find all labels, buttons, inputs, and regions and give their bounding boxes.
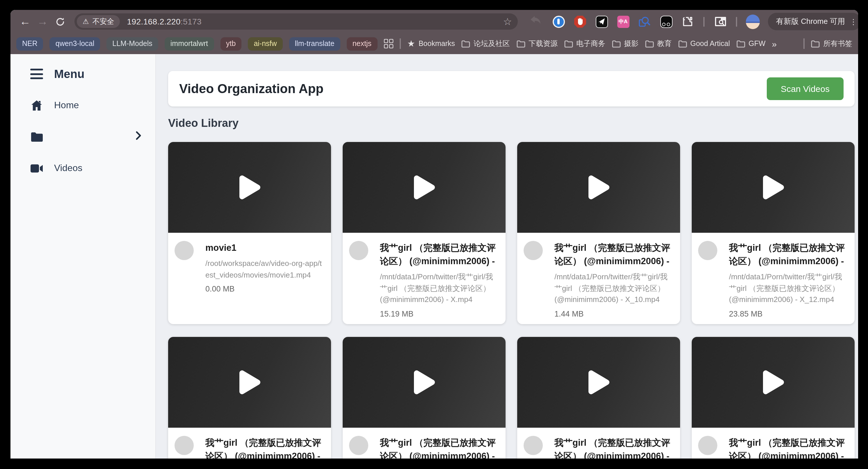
tab-group-chip-ai-nsfw[interactable]: ai-nsfw xyxy=(248,37,282,50)
reload-button[interactable] xyxy=(51,13,69,30)
scan-videos-button[interactable]: Scan Videos xyxy=(767,77,843,100)
noir-extension-icon[interactable] xyxy=(659,14,673,29)
extensions-puzzle-icon[interactable] xyxy=(681,14,694,29)
apps-grid-icon[interactable] xyxy=(384,39,393,49)
video-card[interactable]: 我艹girl （完整版已放推文评论区） (@minimimm2006) - /m… xyxy=(343,142,505,324)
share-icon[interactable] xyxy=(529,16,541,27)
video-size: 15.19 MB xyxy=(380,309,499,318)
video-size: 1.44 MB xyxy=(554,309,674,318)
video-card[interactable]: 我艹girl （完整版已放推文评论区） (@minimimm2006) - xyxy=(517,337,680,459)
all-bookmarks-folder[interactable]: 所有书签 xyxy=(811,39,852,49)
bookmark-folder-ecommerce[interactable]: 电子商务 xyxy=(564,39,605,49)
avatar xyxy=(349,436,368,455)
extensions-row: 中A xyxy=(552,14,760,29)
toolbar-separator xyxy=(736,17,737,27)
profile-avatar[interactable] xyxy=(746,14,760,29)
chrome-update-button[interactable]: 有新版 Chrome 可用 ⋮ xyxy=(768,13,858,30)
app-sidebar: Menu Home xyxy=(10,54,156,459)
folder-icon xyxy=(736,40,745,48)
video-card[interactable]: 我艹girl （完整版已放推文评论区） (@minimimm2006) - xyxy=(343,337,505,459)
avatar xyxy=(524,436,543,455)
address-bar[interactable]: ⚠ 不安全 192.168.2.220:5173 ☆ xyxy=(74,13,518,30)
play-icon xyxy=(413,175,435,199)
bookmark-folder-gfw[interactable]: GFW xyxy=(736,39,765,48)
tab-group-chip-immortalwrt[interactable]: immortalwrt xyxy=(165,37,214,50)
bookmarks-separator xyxy=(803,38,805,49)
avatar xyxy=(698,241,717,260)
star-icon: ★ xyxy=(407,38,415,49)
bookmark-folder-downloads[interactable]: 下载资源 xyxy=(516,39,558,49)
video-thumbnail[interactable] xyxy=(517,337,680,428)
avatar xyxy=(698,436,717,455)
video-thumbnail[interactable] xyxy=(168,142,331,233)
tab-group-chip-llm-models[interactable]: LLM-Models xyxy=(106,37,158,50)
video-card[interactable]: 我艹girl （完整版已放推文评论区） (@minimimm2006) - /m… xyxy=(517,142,680,324)
translate-extension-icon[interactable]: 中A xyxy=(616,14,630,29)
video-thumbnail[interactable] xyxy=(168,337,331,428)
play-icon xyxy=(762,370,784,394)
video-title: 我艹girl （完整版已放推文评论区） (@minimimm2006) - xyxy=(729,436,848,459)
sidebar-item-home[interactable]: Home xyxy=(10,93,155,118)
sidebar-item-videos[interactable]: Videos xyxy=(10,155,155,181)
bookmark-folder-education[interactable]: 教育 xyxy=(645,39,672,49)
play-icon xyxy=(239,370,260,394)
video-title: 我艹girl （完整版已放推文评论区） (@minimimm2006) - xyxy=(205,436,324,459)
folder-icon xyxy=(461,40,470,48)
video-card[interactable]: movie1 /root/workspace/av/video-org-app/… xyxy=(168,142,331,324)
app-header: Video Organization App Scan Videos xyxy=(168,71,855,106)
search-page-icon[interactable] xyxy=(713,14,727,29)
tab-group-chip-ner[interactable]: NER xyxy=(16,37,43,50)
video-size: 23.85 MB xyxy=(729,309,848,318)
reload-icon xyxy=(55,17,65,27)
video-thumbnail[interactable] xyxy=(343,337,505,428)
tab-group-chip-qwen3-local[interactable]: qwen3-local xyxy=(50,37,100,50)
bookmark-folder-photography[interactable]: 摄影 xyxy=(612,39,639,49)
section-title: Video Library xyxy=(168,116,855,130)
play-icon xyxy=(762,175,784,199)
tab-group-chip-llm-translate[interactable]: llm-translate xyxy=(289,37,340,50)
bookmark-folder-good-artical[interactable]: Good Artical xyxy=(678,39,730,48)
search-preview-extension-icon[interactable] xyxy=(638,14,652,29)
play-icon xyxy=(413,370,435,394)
bookmarks-bar: NER qwen3-local LLM-Models immortalwrt y… xyxy=(10,33,858,54)
tab-group-chip-nextjs[interactable]: nextjs xyxy=(347,37,377,50)
forward-button[interactable]: → xyxy=(34,13,51,30)
bookmark-bookmarks-folder[interactable]: ★ Bookmarks xyxy=(407,38,455,49)
video-title: 我艹girl （完整版已放推文评论区） (@minimimm2006) - xyxy=(380,241,499,268)
security-label: 不安全 xyxy=(93,17,114,27)
sidebar-item-folders[interactable] xyxy=(10,124,155,150)
tab-group-chip-ytb[interactable]: ytb xyxy=(220,37,242,50)
menu-toggle-icon[interactable] xyxy=(30,69,43,79)
folder-icon xyxy=(645,40,654,48)
video-path: /mnt/data1/Porn/twitter/我艹girl/我艹girl （完… xyxy=(729,271,848,305)
folder-icon xyxy=(564,40,573,48)
video-title: 我艹girl （完整版已放推文评论区） (@minimimm2006) - xyxy=(380,436,499,459)
bookmarks-overflow-chevron[interactable]: » xyxy=(772,39,777,49)
bookmark-star-icon[interactable]: ☆ xyxy=(503,17,512,27)
telegram-extension-icon[interactable] xyxy=(595,14,609,29)
url-port: :5173 xyxy=(181,17,202,26)
video-path: /mnt/data1/Porn/twitter/我艹girl/我艹girl （完… xyxy=(380,271,499,305)
bookmarks-separator xyxy=(400,38,401,49)
back-button[interactable]: ← xyxy=(16,13,34,30)
video-title: movie1 xyxy=(205,241,324,254)
folder-icon xyxy=(516,40,525,48)
video-thumbnail[interactable] xyxy=(343,142,505,233)
sidebar-menu-title: Menu xyxy=(54,67,84,81)
video-thumbnail[interactable] xyxy=(692,142,855,233)
video-card[interactable]: 我艹girl （完整版已放推文评论区） (@minimimm2006) - xyxy=(692,337,855,459)
video-card[interactable]: 我艹girl （完整版已放推文评论区） (@minimimm2006) - xyxy=(168,337,331,459)
password-manager-extension-icon[interactable] xyxy=(552,14,565,29)
page-title: Video Organization App xyxy=(179,81,323,96)
browser-menu-icon[interactable]: ⋮ xyxy=(850,17,857,26)
video-thumbnail[interactable] xyxy=(692,337,855,428)
avatar xyxy=(349,241,368,260)
sidebar-item-label: Videos xyxy=(54,163,142,174)
adblock-hand-extension-icon[interactable] xyxy=(573,14,587,29)
chevron-right-icon[interactable] xyxy=(135,131,142,143)
security-chip[interactable]: ⚠ 不安全 xyxy=(77,15,120,28)
video-card[interactable]: 我艹girl （完整版已放推文评论区） (@minimimm2006) - /m… xyxy=(692,142,855,324)
bookmark-folder-forums[interactable]: 论坛及社区 xyxy=(461,39,510,49)
video-title: 我艹girl （完整版已放推文评论区） (@minimimm2006) - xyxy=(554,436,674,459)
video-thumbnail[interactable] xyxy=(517,142,680,233)
